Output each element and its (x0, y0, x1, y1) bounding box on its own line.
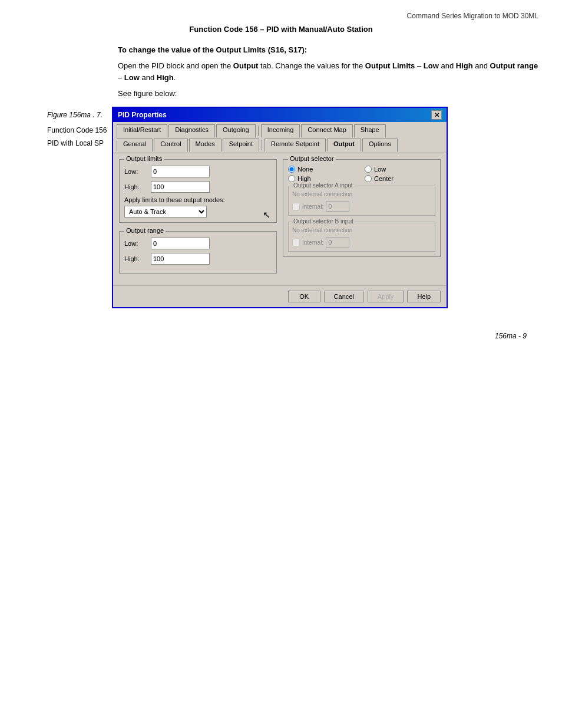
radio-center[interactable]: Center (365, 175, 435, 182)
selector-a-internal-checkbox[interactable] (292, 203, 300, 210)
left-panel: Output limits Low: High: Apply limits to… (119, 159, 277, 279)
ok-button[interactable]: OK (288, 291, 320, 302)
tab-remote-setpoint[interactable]: Remote Setpoint (265, 139, 326, 151)
tab-modes[interactable]: Modes (189, 139, 222, 151)
radio-none-label: None (297, 166, 313, 173)
selector-b-internal-label: Internal: (302, 239, 323, 246)
dialog-footer: OK Cancel Apply Help (113, 285, 447, 307)
page-footer: 156ma - 9 (24, 332, 538, 340)
selector-b-internal-input (326, 237, 349, 248)
output-range-low-input[interactable] (151, 238, 210, 249)
tab-control[interactable]: Control (154, 139, 187, 151)
see-figure-text: See figure below: (118, 89, 538, 98)
tab-connect-map[interactable]: Connect Map (301, 124, 352, 137)
dialog-tabs: Initial/Restart Diagnostics Outgoing Inc… (113, 122, 447, 153)
selector-a-internal-row: Internal: (292, 201, 431, 212)
tab-shape[interactable]: Shape (354, 124, 386, 137)
figure-container: Figure 156ma . 7. Function Code 156 PID … (47, 107, 538, 308)
selector-b-internal-row: Internal: (292, 237, 431, 248)
radio-low-input[interactable] (365, 166, 372, 173)
selector-a-internal-label: Internal: (302, 203, 323, 210)
selector-a-title: Output selector A input (292, 182, 354, 189)
figure-caption: Figure 156ma . 7. (47, 110, 112, 120)
radio-center-input[interactable] (365, 175, 372, 182)
output-limits-high-row: High: (124, 181, 272, 193)
output-limits-low-row: Low: (124, 166, 272, 177)
selector-b-internal-checkbox[interactable] (292, 239, 300, 246)
dialog-body: Output limits Low: High: Apply limits to… (113, 153, 447, 285)
figure-label: Figure 156ma . 7. Function Code 156 PID … (47, 107, 112, 149)
tab-outgoing[interactable]: Outgoing (216, 124, 256, 137)
high-label: High: (124, 183, 151, 190)
output-range-high-row: High: (124, 253, 272, 265)
pid-properties-dialog: PID Properties ✕ Initial/Restart Diagnos… (112, 107, 448, 308)
selector-b-title: Output selector B input (292, 218, 355, 225)
section-heading: To change the value of the Output Limits… (118, 45, 538, 54)
page-header: Command Series Migration to MOD 30ML (24, 12, 538, 20)
selector-a-no-connection: No external connection (292, 191, 431, 197)
tab-general[interactable]: General (117, 139, 153, 151)
cancel-button[interactable]: Cancel (324, 291, 364, 302)
output-limits-group: Output limits Low: High: Apply limits to… (119, 159, 277, 223)
output-selector-radios: None Low High Center (288, 166, 435, 182)
output-range-group: Output range Low: High: (119, 231, 277, 274)
range-low-label: Low: (124, 240, 151, 247)
tab-row-2: General Control Modes Setpoint Remote Se… (117, 139, 443, 151)
output-range-title: Output range (124, 227, 166, 234)
apply-button[interactable]: Apply (368, 291, 404, 302)
close-button[interactable]: ✕ (431, 110, 442, 120)
tab-row-1: Initial/Restart Diagnostics Outgoing Inc… (117, 124, 443, 137)
dialog-title: PID Properties (118, 111, 167, 119)
output-limits-title: Output limits (124, 155, 164, 162)
tab-options[interactable]: Options (362, 139, 398, 151)
page-subheader: Function Code 156 – PID with Manual/Auto… (24, 25, 538, 34)
output-range-high-input[interactable] (151, 253, 210, 265)
output-selector-a-group: Output selector A input No external conn… (288, 186, 435, 216)
radio-high-label: High (297, 175, 311, 182)
low-label: Low: (124, 168, 151, 175)
tab-incoming[interactable]: Incoming (261, 124, 300, 137)
tab-output[interactable]: Output (327, 139, 361, 151)
output-limits-low-input[interactable] (151, 166, 210, 177)
radio-none-input[interactable] (288, 166, 295, 173)
body-text: Open the PID block and open the Output t… (118, 60, 538, 83)
apply-modes-text: Apply limits to these output modes: ↖ (124, 196, 272, 203)
figure-sub-caption2: PID with Local SP (47, 138, 112, 149)
dialog-titlebar: PID Properties ✕ (113, 108, 447, 122)
output-selector-title: Output selector (288, 155, 336, 162)
figure-sub-caption1: Function Code 156 (47, 125, 112, 136)
selector-a-internal-input (326, 201, 349, 212)
tab-initial-restart[interactable]: Initial/Restart (117, 124, 167, 137)
radio-high-input[interactable] (288, 175, 295, 182)
output-limits-high-input[interactable] (151, 181, 210, 193)
output-modes-dropdown[interactable]: Auto & Track Auto Track Manual (124, 206, 207, 218)
radio-low[interactable]: Low (365, 166, 435, 173)
output-range-low-row: Low: (124, 238, 272, 249)
output-selector-group: Output selector None Low High (283, 159, 441, 257)
range-high-label: High: (124, 255, 151, 262)
output-selector-b-group: Output selector B input No external conn… (288, 222, 435, 252)
radio-high[interactable]: High (288, 175, 359, 182)
radio-center-label: Center (374, 175, 394, 182)
selector-b-no-connection: No external connection (292, 227, 431, 233)
tab-setpoint[interactable]: Setpoint (223, 139, 259, 151)
help-button[interactable]: Help (407, 291, 441, 302)
radio-low-label: Low (374, 166, 386, 173)
tab-diagnostics[interactable]: Diagnostics (168, 124, 215, 137)
right-panel: Output selector None Low High (283, 159, 441, 279)
radio-none[interactable]: None (288, 166, 359, 173)
output-modes-dropdown-row: Auto & Track Auto Track Manual (124, 206, 272, 218)
